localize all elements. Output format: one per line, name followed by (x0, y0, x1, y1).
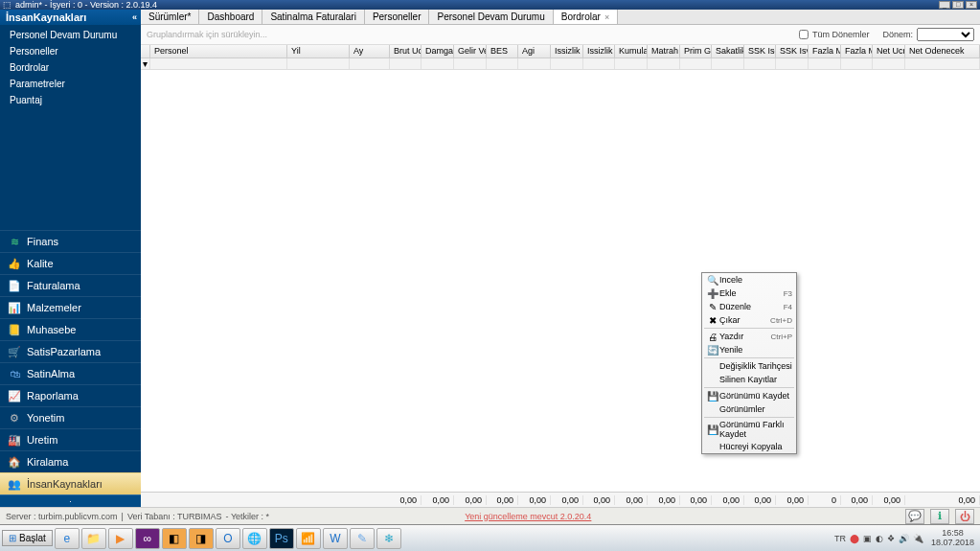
submenu-item[interactable]: Puantaj (0, 92, 141, 108)
tab[interactable]: Satinalma Faturalari (262, 10, 364, 24)
column-header[interactable]: Sakatlik I... (712, 45, 744, 57)
nav-label: Finans (27, 236, 58, 247)
chat-icon[interactable]: 💬 (905, 509, 924, 524)
tab[interactable]: Personel Devam Durumu (429, 10, 553, 24)
update-link[interactable]: Yeni güncelleme mevcut 2.0.20.4 (465, 512, 591, 521)
start-button[interactable]: ⊞ Başlat (2, 530, 53, 546)
sidebar-header[interactable]: İnsanKaynakları « (0, 10, 141, 25)
column-header[interactable]: Matrah (648, 45, 680, 57)
context-menu-item[interactable]: 🔄Yenile (702, 343, 796, 356)
column-header[interactable]: Agi (518, 45, 551, 57)
context-menu-item[interactable]: ✎DüzenleF4 (702, 300, 796, 313)
column-header[interactable]: Gelir Vergisi (454, 45, 487, 57)
maximize-button[interactable]: □ (952, 1, 964, 9)
grid-body[interactable]: 🔍Incele➕EkleF3✎DüzenleF4✖ÇıkarCtrl+D🖨Yaz… (141, 70, 980, 492)
column-header[interactable]: Net Ucret (873, 45, 905, 57)
tray-icon-1[interactable]: ⬤ (850, 534, 859, 543)
app3-icon[interactable]: ✎ (350, 528, 375, 549)
column-header[interactable]: BES (487, 45, 518, 57)
tray-network-icon[interactable]: 🔌 (913, 534, 923, 543)
close-button[interactable]: × (966, 1, 977, 9)
tab[interactable]: Dashboard (199, 10, 262, 24)
tray-icon-3[interactable]: ◐ (876, 534, 883, 543)
context-menu-item[interactable]: 💾Görünümü Kaydet (702, 389, 796, 402)
tray-icon-4[interactable]: ❖ (887, 534, 895, 543)
column-header[interactable]: Damga V... (422, 45, 454, 57)
nav-item-satispazarlama[interactable]: 🛒SatisPazarlama (0, 340, 141, 362)
wifi-icon[interactable]: 📶 (296, 528, 321, 549)
clock[interactable]: 16:58 18.07.2018 (927, 529, 978, 548)
column-header[interactable]: Personel (150, 45, 287, 57)
column-header[interactable]: Net Odenecek (905, 45, 980, 57)
submenu-item[interactable]: Personel Devam Durumu (0, 27, 141, 43)
column-header[interactable]: Yil (287, 45, 350, 57)
column-header[interactable]: Issizlik Is... (551, 45, 583, 57)
nav-item-i̇nsankaynakları[interactable]: 👥İnsanKaynakları (0, 472, 141, 494)
db-label: Veri Tabanı : TURBIMAS (127, 512, 222, 521)
context-menu-item[interactable]: Silinen Kayıtlar (702, 373, 796, 386)
nav-item-kiralama[interactable]: 🏠Kiralama (0, 450, 141, 472)
nav-item-yonetim[interactable]: ⚙Yonetim (0, 406, 141, 428)
column-header[interactable]: Fazla Me... (841, 45, 873, 57)
grid-filter-row[interactable]: ▾ (141, 58, 980, 70)
all-periods-checkbox[interactable] (799, 30, 809, 39)
period-select[interactable] (917, 28, 974, 41)
context-menu-item[interactable]: ➕EkleF3 (702, 287, 796, 300)
outlook-icon[interactable]: O (216, 528, 240, 549)
nav-item-muhasebe[interactable]: 📒Muhasebe (0, 318, 141, 340)
ie-icon[interactable]: e (55, 528, 80, 549)
nav-item-uretim[interactable]: 🏭Uretim (0, 428, 141, 450)
tab[interactable]: Sürümler* (141, 10, 199, 24)
nav-item-raporlama[interactable]: 📈Raporlama (0, 384, 141, 406)
context-menu-item[interactable]: ✖ÇıkarCtrl+D (702, 313, 796, 327)
media-icon[interactable]: ▶ (108, 528, 133, 549)
column-header[interactable]: Issizlik Is... (583, 45, 615, 57)
column-header[interactable]: Fazla Me... (809, 45, 841, 57)
menu-icon: 🔄 (706, 344, 719, 356)
column-header[interactable]: SSK Isve... (776, 45, 809, 57)
minimize-button[interactable]: _ (939, 1, 950, 9)
nav-item-malzemeler[interactable]: 📊Malzemeler (0, 296, 141, 318)
collapse-icon[interactable]: « (132, 12, 137, 22)
context-menu-item[interactable]: Görünümler (702, 402, 796, 416)
info-icon[interactable]: ℹ (930, 509, 949, 524)
word-icon[interactable]: W (323, 528, 348, 549)
nav-icon: ⚙ (8, 411, 21, 425)
context-menu-item[interactable]: 🖨YazdırCtrl+P (702, 330, 796, 343)
submenu-item[interactable]: Parametreler (0, 76, 141, 92)
nav-item-kalite[interactable]: 👍Kalite (0, 252, 141, 274)
context-menu-item[interactable]: Hücreyi Kopyala (702, 440, 796, 453)
column-header[interactable]: Ay (350, 45, 390, 57)
nav-item-satinalma[interactable]: 🛍SatinAlma (0, 362, 141, 384)
column-header[interactable]: SSK Isci ... (744, 45, 776, 57)
tab[interactable]: Personeller (365, 10, 430, 24)
app1-icon[interactable]: ◧ (162, 528, 187, 549)
context-menu-item[interactable]: Değişiklik Tarihçesi (702, 359, 796, 373)
lang-indicator[interactable]: TR (834, 534, 846, 543)
submenu-item[interactable]: Personeller (0, 43, 141, 59)
submenu-item[interactable]: Bordrolar (0, 59, 141, 76)
ps-icon[interactable]: Ps (269, 528, 294, 549)
chrome-icon[interactable]: 🌐 (242, 528, 267, 549)
column-header[interactable]: Kumulati... (615, 45, 648, 57)
nav-icon: 🛍 (8, 367, 21, 380)
context-menu-item[interactable]: 💾Görünümü Farklı Kaydet (702, 419, 796, 440)
tray-volume-icon[interactable]: 🔊 (899, 534, 909, 543)
tab-close-icon[interactable]: × (604, 12, 609, 22)
submenu: Personel Devam DurumuPersonellerBordrola… (0, 25, 141, 110)
tab[interactable]: Bordrolar× (554, 10, 618, 24)
column-header[interactable]: Prim Gunu (680, 45, 712, 57)
app4-icon[interactable]: ❄ (376, 528, 401, 549)
column-header[interactable]: Brut Ucret (390, 45, 422, 57)
sidebar-splitter[interactable]: · (0, 494, 141, 507)
exit-icon[interactable]: ⏻ (955, 509, 974, 524)
context-menu-item[interactable]: 🔍Incele (702, 273, 796, 287)
vs-icon[interactable]: ∞ (135, 528, 160, 549)
menu-icon (706, 374, 719, 385)
tray-icon-2[interactable]: ▣ (863, 534, 872, 543)
nav-item-faturalama[interactable]: 📄Faturalama (0, 274, 141, 296)
explorer-icon[interactable]: 📁 (81, 528, 106, 549)
app2-icon[interactable]: ◨ (189, 528, 214, 549)
nav-item-finans[interactable]: ≋Finans (0, 230, 141, 252)
yetkiler-label: - Yetkiler : * (226, 512, 270, 521)
